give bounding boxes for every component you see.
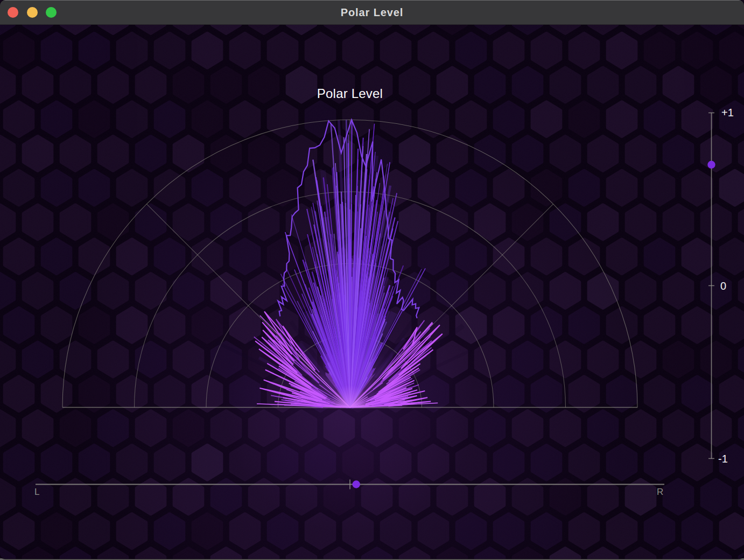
app-content: Polar Level +1 0 -1 L R	[0, 25, 744, 559]
app-window: Polar Level	[0, 0, 744, 559]
window-titlebar[interactable]: Polar Level	[0, 0, 744, 25]
desktop-background: Polar Level	[0, 0, 744, 560]
gain-slider-max-label: +1	[721, 107, 734, 119]
gain-slider-min-label: -1	[718, 453, 728, 465]
pan-slider-right-label: R	[657, 487, 663, 498]
gain-slider-mid-label: 0	[720, 280, 726, 292]
tip-glow	[318, 375, 382, 408]
pan-slider-left-label: L	[34, 487, 39, 498]
plot-title: Polar Level	[242, 86, 458, 101]
scene-canvas	[0, 25, 744, 559]
window-title: Polar Level	[0, 0, 744, 25]
pan-slider-handle[interactable]	[353, 480, 360, 488]
gain-slider-handle[interactable]	[707, 161, 715, 169]
